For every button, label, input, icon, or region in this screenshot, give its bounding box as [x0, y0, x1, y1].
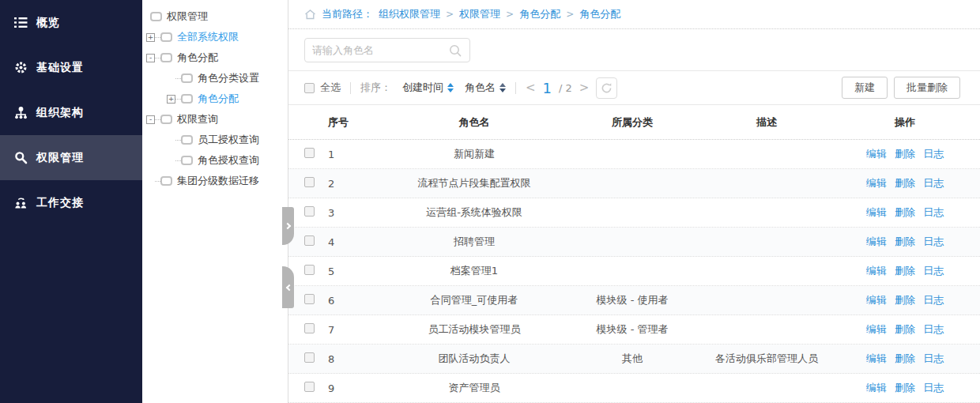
list-icon: [14, 16, 28, 29]
tree-node-icon: [160, 53, 172, 62]
sort-by-create-time[interactable]: 创建时间: [402, 81, 454, 95]
pagination: < 1 / 2 >: [526, 77, 617, 99]
delete-link[interactable]: 删除: [895, 235, 915, 247]
log-link[interactable]: 日志: [923, 265, 944, 277]
tree-item-role-assignment-child[interactable]: + 角色分配: [142, 89, 288, 109]
row-checkbox[interactable]: [304, 177, 315, 187]
cell-seq: 2: [328, 178, 364, 190]
breadcrumb-link-role-assignment[interactable]: 角色分配: [519, 7, 560, 21]
cell-actions: 编辑 删除 日志: [854, 293, 956, 307]
prev-page-button[interactable]: <: [526, 81, 536, 95]
row-checkbox[interactable]: [304, 206, 315, 217]
tree-item-permission-management[interactable]: 权限管理: [142, 6, 288, 27]
delete-link[interactable]: 删除: [895, 382, 915, 394]
cell-actions: 编辑 删除 日志: [854, 147, 956, 161]
tree-item-role-category-settings[interactable]: 角色分类设置: [142, 68, 288, 89]
tree-expander-icon[interactable]: -: [146, 115, 155, 124]
tree-item-role-auth-query[interactable]: 角色授权查询: [142, 150, 288, 171]
header-role-name: 角色名: [364, 115, 585, 130]
edit-link[interactable]: 编辑: [866, 294, 887, 306]
breadcrumb-link-org-permission[interactable]: 组织权限管理: [379, 7, 440, 21]
delete-link[interactable]: 删除: [895, 177, 915, 189]
sidebar-item-overview[interactable]: 概览: [0, 0, 142, 45]
sidebar-item-permission-management[interactable]: 权限管理: [0, 135, 142, 180]
edit-link[interactable]: 编辑: [866, 177, 887, 189]
main-content: 当前路径： 组织权限管理 > 权限管理 > 角色分配 > 角色分配 全选 排序：…: [288, 0, 980, 403]
delete-link[interactable]: 删除: [895, 352, 915, 364]
cell-seq: 6: [328, 295, 364, 307]
cell-actions: 编辑 删除 日志: [854, 322, 956, 337]
row-checkbox[interactable]: [304, 352, 315, 363]
delete-link[interactable]: 删除: [895, 323, 915, 335]
sidebar-item-label: 组织架构: [36, 106, 84, 120]
search-icon[interactable]: [448, 43, 462, 58]
log-link[interactable]: 日志: [923, 148, 944, 160]
tree-node-icon: [181, 135, 193, 145]
breadcrumb-separator: >: [446, 9, 454, 20]
log-link[interactable]: 日志: [923, 235, 944, 247]
log-link[interactable]: 日志: [923, 206, 944, 218]
edit-link[interactable]: 编辑: [866, 235, 887, 247]
edit-link[interactable]: 编辑: [866, 323, 887, 335]
cell-category: 模块级 - 使用者: [585, 293, 680, 307]
tree-item-employee-auth-query[interactable]: 员工授权查询: [142, 130, 288, 150]
cell-seq: 4: [328, 236, 364, 248]
cell-role-name: 新闻新建: [364, 147, 585, 161]
delete-link[interactable]: 删除: [895, 265, 915, 277]
sidebar-item-label: 概览: [36, 16, 60, 30]
row-checkbox[interactable]: [304, 148, 315, 158]
org-chart-icon: [14, 106, 28, 119]
sort-by-role-name[interactable]: 角色名: [465, 81, 506, 95]
table-row: 7 员工活动模块管理员 模块级 - 管理者 编辑 删除 日志: [288, 315, 980, 345]
sidebar-item-basic-settings[interactable]: 基础设置: [0, 45, 142, 90]
row-checkbox[interactable]: [304, 294, 315, 304]
sort-arrows-icon: [499, 83, 506, 92]
log-link[interactable]: 日志: [923, 382, 944, 394]
chevron-right-icon: [284, 223, 290, 229]
edit-link[interactable]: 编辑: [866, 265, 887, 277]
search-input[interactable]: [312, 44, 448, 56]
row-checkbox[interactable]: [304, 265, 315, 275]
edit-link[interactable]: 编辑: [866, 148, 887, 160]
batch-delete-button[interactable]: 批量删除: [894, 77, 960, 99]
tree-item-group-data-migration[interactable]: 集团分级数据迁移: [142, 171, 288, 191]
row-checkbox[interactable]: [304, 235, 315, 246]
row-checkbox[interactable]: [304, 323, 315, 333]
search-box: [304, 38, 470, 62]
header-description: 描述: [680, 115, 854, 130]
edit-link[interactable]: 编辑: [866, 352, 887, 364]
edit-link[interactable]: 编辑: [866, 206, 887, 218]
log-link[interactable]: 日志: [923, 323, 944, 335]
sidebar-item-label: 权限管理: [36, 151, 84, 165]
log-link[interactable]: 日志: [923, 294, 944, 306]
sidebar-item-work-handover[interactable]: 工作交接: [0, 180, 142, 225]
refresh-button[interactable]: [596, 77, 617, 99]
tree-expander-icon[interactable]: +: [146, 33, 155, 42]
log-link[interactable]: 日志: [923, 352, 944, 364]
breadcrumb-separator: >: [506, 9, 514, 20]
divider: [350, 82, 351, 94]
permission-tree: 权限管理 + 全部系统权限 - 角色分配 角色分类设置 + 角色分配 -: [142, 0, 288, 403]
tree-node-icon: [160, 115, 172, 124]
tree-expander-icon[interactable]: -: [146, 54, 155, 62]
delete-link[interactable]: 删除: [895, 148, 915, 160]
delete-link[interactable]: 删除: [895, 206, 915, 218]
next-page-button[interactable]: >: [579, 81, 590, 95]
header-seq: 序号: [328, 115, 364, 130]
app-root: 概览 基础设置 组织架构 权限管理 工作交接: [0, 0, 980, 403]
row-checkbox[interactable]: [304, 382, 315, 392]
tree-item-all-system-permissions[interactable]: + 全部系统权限: [142, 27, 288, 47]
delete-link[interactable]: 删除: [895, 294, 915, 306]
sidebar-item-org-structure[interactable]: 组织架构: [0, 90, 142, 135]
tree-item-role-assignment[interactable]: - 角色分配: [142, 47, 288, 68]
log-link[interactable]: 日志: [923, 177, 944, 189]
tree-expander-icon[interactable]: +: [167, 95, 175, 104]
tree-item-permission-query[interactable]: - 权限查询: [142, 109, 288, 130]
breadcrumb-link-role-assignment-2[interactable]: 角色分配: [579, 7, 620, 21]
edit-link[interactable]: 编辑: [866, 382, 887, 394]
breadcrumb-link-permission-management[interactable]: 权限管理: [459, 7, 500, 21]
collapse-handle-expand[interactable]: [282, 207, 294, 245]
select-all-checkbox[interactable]: [304, 83, 315, 93]
collapse-handle-collapse[interactable]: [282, 266, 294, 308]
new-button[interactable]: 新建: [842, 77, 888, 99]
